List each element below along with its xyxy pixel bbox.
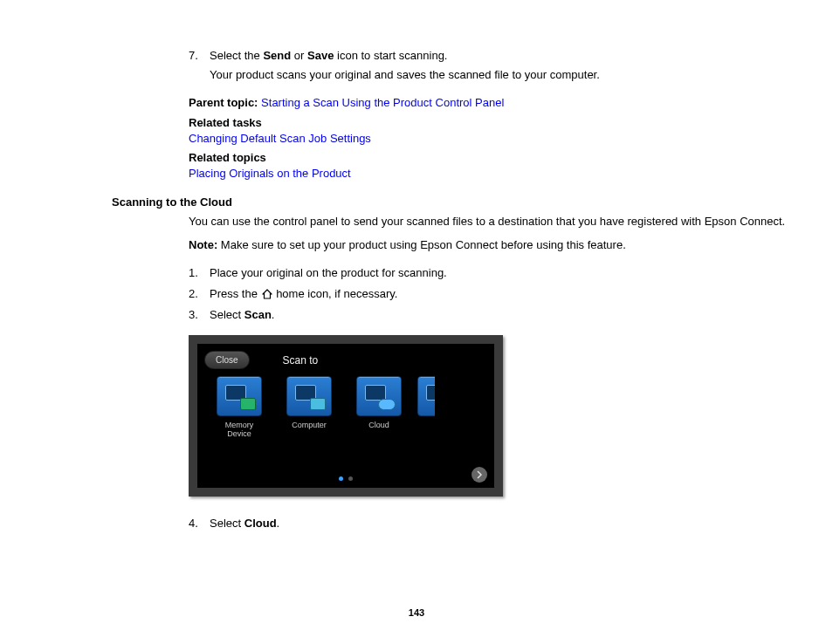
text: Select the (210, 49, 263, 62)
option-label: Memory Device (208, 421, 271, 439)
step-text: Press the home icon, if necessary. (210, 286, 798, 302)
cloud-icon (356, 376, 402, 416)
computer-icon (286, 376, 332, 416)
text: Select (210, 517, 244, 530)
text-bold: Send (263, 49, 291, 62)
page-dots (339, 476, 353, 481)
step-text: Place your original on the product for s… (210, 265, 798, 281)
step-1: 1. Place your original on the product fo… (189, 265, 798, 281)
text: . (272, 308, 275, 321)
section-intro: You can use the control panel to send yo… (189, 214, 798, 230)
note-text: Make sure to set up your product using E… (217, 238, 626, 251)
step-4: 4. Select Cloud. (189, 516, 798, 531)
related-tasks-link[interactable]: Changing Default Scan Job Settings (189, 132, 371, 145)
related-topics-row: Related topics Placing Originals on the … (189, 150, 798, 182)
parent-topic-link[interactable]: Starting a Scan Using the Product Contro… (261, 96, 504, 109)
next-arrow-button[interactable] (472, 467, 487, 483)
note-paragraph: Note: Make sure to set up your product u… (189, 237, 798, 253)
dot (348, 476, 353, 481)
text: or (291, 49, 307, 62)
text: icon to start scanning. (334, 49, 447, 62)
step-text: Select Scan. (210, 307, 798, 323)
text: . (277, 517, 280, 530)
related-tasks-label: Related tasks (189, 115, 798, 131)
chevron-right-icon (475, 470, 484, 479)
text-bold: Scan (244, 308, 272, 321)
related-tasks-row: Related tasks Changing Default Scan Job … (189, 115, 798, 147)
text-bold: Cloud (244, 517, 277, 530)
text-bold: Save (307, 49, 334, 62)
dot-active (339, 476, 343, 481)
parent-topic-row: Parent topic: Starting a Scan Using the … (189, 95, 798, 111)
scan-option-next-partial[interactable] (417, 376, 435, 439)
text: home icon, if necessary. (273, 287, 398, 300)
step-2: 2. Press the home icon, if necessary. (189, 286, 798, 302)
section-heading: Scanning to the Cloud (112, 195, 798, 209)
related-topics-link[interactable]: Placing Originals on the Product (189, 167, 351, 180)
home-icon (261, 287, 273, 300)
text: Select (210, 308, 244, 321)
step-text: Select the Send or Save icon to start sc… (210, 48, 798, 90)
step-number: 7. (189, 48, 210, 90)
step-text: Select Cloud. (210, 516, 798, 531)
close-button[interactable]: Close (204, 351, 250, 369)
step-7: 7. Select the Send or Save icon to start… (189, 48, 798, 90)
step-number: 3. (189, 307, 210, 323)
next-option-icon (417, 376, 435, 416)
scan-option-computer[interactable]: Computer (278, 376, 341, 439)
memory-device-icon (217, 376, 262, 416)
scan-option-memory-device[interactable]: Memory Device (208, 376, 271, 439)
step-number: 2. (189, 286, 210, 302)
step-number: 1. (189, 265, 210, 281)
scan-panel-screen: Close Scan to Memory Device Computer Clo… (197, 344, 494, 488)
scan-panel-figure: Close Scan to Memory Device Computer Clo… (189, 335, 503, 497)
text: Press the (210, 287, 261, 300)
related-topics-label: Related topics (189, 150, 798, 166)
note-label: Note: (189, 238, 217, 251)
step-3: 3. Select Scan. (189, 307, 798, 323)
step-subtext: Your product scans your original and sav… (210, 67, 798, 83)
page-number: 143 (0, 607, 833, 618)
panel-title: Scan to (283, 354, 319, 367)
scan-option-cloud[interactable]: Cloud (348, 376, 410, 439)
option-label: Cloud (348, 421, 410, 430)
step-number: 4. (189, 516, 210, 531)
option-label: Computer (278, 421, 341, 430)
parent-topic-label: Parent topic: (189, 96, 258, 109)
